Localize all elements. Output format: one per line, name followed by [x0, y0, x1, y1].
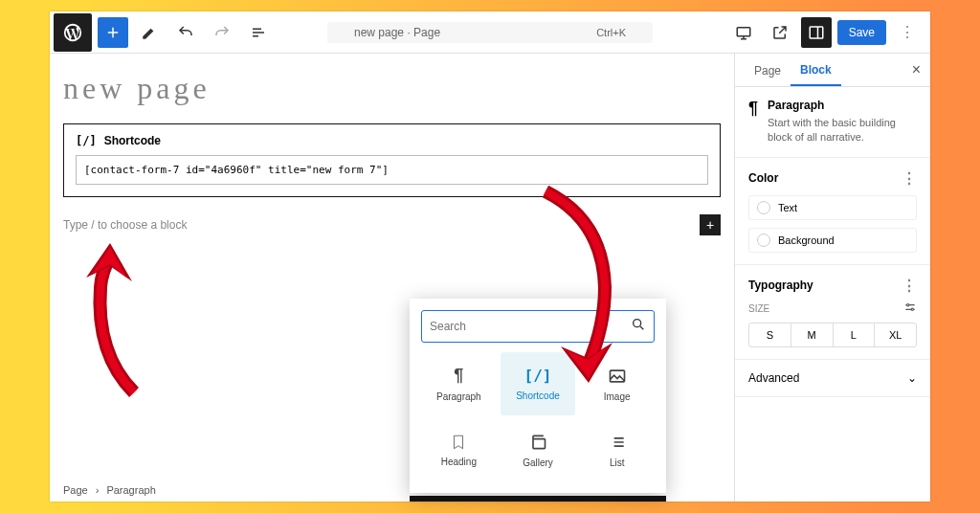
- edit-icon[interactable]: [134, 17, 165, 48]
- typography-panel-title: Typography: [748, 279, 813, 292]
- typo-options-icon[interactable]: ⋮: [902, 277, 917, 295]
- inserter-image[interactable]: Image: [579, 352, 655, 415]
- chevron-down-icon: ⌄: [907, 371, 917, 385]
- text-swatch-icon: [757, 201, 770, 214]
- document-title: new page · Page: [354, 26, 440, 39]
- inserter-list[interactable]: List: [579, 419, 655, 481]
- redo-button[interactable]: [207, 17, 237, 48]
- add-block-button[interactable]: [98, 17, 128, 48]
- topbar: new page · Page Ctrl+K Save ⋮: [50, 11, 930, 54]
- size-xl[interactable]: XL: [875, 323, 916, 346]
- document-title-bar[interactable]: new page · Page Ctrl+K: [327, 22, 653, 43]
- block-description: Start with the basic building block of a…: [768, 116, 917, 145]
- size-l[interactable]: L: [834, 323, 876, 346]
- block-placeholder[interactable]: Type / to choose a block: [63, 218, 187, 232]
- image-icon: [608, 367, 627, 386]
- inserter-heading[interactable]: Heading: [421, 419, 497, 481]
- svg-rect-0: [737, 27, 750, 35]
- gallery-icon: [528, 433, 547, 452]
- wordpress-logo-icon[interactable]: [54, 13, 92, 52]
- chevron-right-icon: ›: [96, 484, 100, 496]
- inline-add-block-button[interactable]: +: [700, 214, 721, 235]
- list-view-icon[interactable]: [243, 17, 274, 48]
- settings-sidebar: Page Block × ¶ Paragraph Start with the …: [734, 54, 930, 502]
- svg-point-4: [634, 320, 641, 327]
- size-m[interactable]: M: [791, 323, 834, 346]
- svg-rect-6: [533, 439, 546, 449]
- undo-button[interactable]: [170, 17, 201, 48]
- keyboard-shortcut: Ctrl+K: [596, 27, 626, 38]
- more-options-icon[interactable]: ⋮: [892, 17, 923, 48]
- block-name: Paragraph: [768, 99, 917, 112]
- inserter-gallery[interactable]: Gallery: [501, 419, 576, 481]
- inserter-paragraph[interactable]: ¶ Paragraph: [421, 352, 497, 415]
- color-background-row[interactable]: Background: [748, 228, 917, 253]
- paragraph-icon: ¶: [454, 366, 463, 386]
- paragraph-icon: ¶: [748, 99, 758, 119]
- shortcode-block[interactable]: [/] Shortcode [contact-form-7 id="4a6960…: [63, 123, 721, 197]
- list-icon: [608, 433, 627, 452]
- svg-rect-1: [810, 27, 823, 38]
- block-label: Shortcode: [104, 134, 161, 147]
- shortcode-input[interactable]: [contact-form-7 id="4a6960f" title="new …: [76, 155, 708, 185]
- desktop-view-icon[interactable]: [728, 17, 759, 48]
- shortcode-icon: [/]: [76, 134, 97, 147]
- bg-swatch-icon: [757, 234, 770, 247]
- shortcode-icon: [/]: [524, 367, 552, 385]
- size-selector[interactable]: S M L XL: [748, 323, 917, 347]
- block-inserter-popup: ¶ Paragraph [/] Shortcode Image Heading …: [410, 299, 666, 493]
- sliders-icon[interactable]: [903, 301, 917, 317]
- size-label: SIZE: [748, 303, 769, 314]
- bookmark-icon: [450, 434, 467, 451]
- tab-page[interactable]: Page: [745, 55, 791, 85]
- close-sidebar-button[interactable]: ×: [912, 61, 921, 78]
- settings-sidebar-toggle[interactable]: [801, 17, 832, 48]
- svg-point-2: [907, 303, 909, 305]
- save-button[interactable]: Save: [837, 20, 886, 45]
- color-options-icon[interactable]: ⋮: [902, 169, 917, 188]
- right-toolbar: Save ⋮: [728, 17, 923, 48]
- page-title[interactable]: new page: [63, 71, 721, 106]
- breadcrumb[interactable]: Page › Paragraph: [63, 484, 156, 496]
- breadcrumb-root[interactable]: Page: [63, 484, 88, 496]
- svg-point-3: [911, 308, 913, 310]
- advanced-panel[interactable]: Advanced ⌄: [735, 360, 930, 397]
- color-panel-title: Color: [748, 171, 778, 185]
- tab-block[interactable]: Block: [791, 54, 841, 86]
- size-s[interactable]: S: [749, 323, 791, 346]
- inserter-shortcode[interactable]: [/] Shortcode: [501, 352, 576, 415]
- external-link-icon[interactable]: [765, 17, 795, 48]
- inserter-search[interactable]: [421, 310, 655, 343]
- search-icon[interactable]: [631, 317, 646, 336]
- color-text-row[interactable]: Text: [748, 195, 917, 220]
- search-input[interactable]: [430, 320, 631, 333]
- breadcrumb-leaf[interactable]: Paragraph: [106, 484, 155, 496]
